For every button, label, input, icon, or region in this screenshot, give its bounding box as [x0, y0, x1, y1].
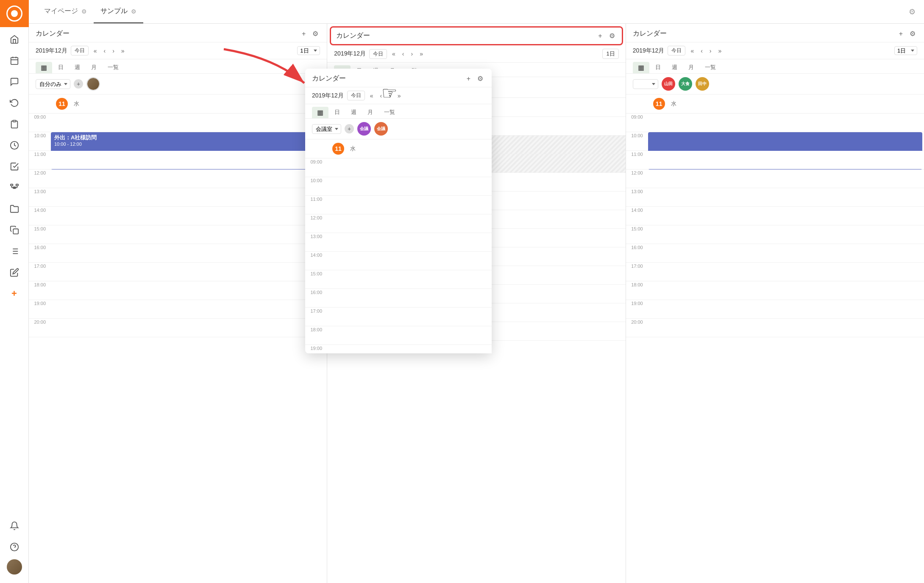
dropdown-grid[interactable]: 09:00 10:00 11:00 12:00 13:00 14:00 15:0… — [305, 158, 492, 353]
tab-mypage[interactable]: マイページ ⚙ — [37, 0, 94, 23]
sidebar-item-check[interactable] — [5, 157, 24, 176]
panel3-nav-prev[interactable]: ‹ — [699, 47, 704, 55]
svg-rect-6 — [10, 184, 13, 186]
panel1-settings-btn[interactable]: ⚙ — [311, 29, 320, 39]
dropdown-tab-week[interactable]: 週 — [346, 107, 362, 118]
time-slot-1100: 11:00 — [29, 151, 327, 169]
panel1-view-select[interactable]: 1日週月一覧 — [297, 46, 320, 55]
dropdown-badge-1: 会議 — [357, 122, 371, 136]
panel3-filter-select[interactable] — [633, 79, 658, 89]
panel1-filter-select[interactable]: 自分のみ全員 — [36, 79, 70, 89]
dropdown-nav-first[interactable]: « — [368, 92, 375, 100]
panel3-view-select[interactable]: 1日週月一覧 — [894, 46, 917, 55]
panel3-tab-week[interactable]: 週 — [667, 62, 682, 73]
panel1-event-time: 10:00 - 12:00 — [54, 142, 322, 147]
panel1-tab-list[interactable]: 一覧 — [103, 62, 124, 73]
p3-slot-0900: 09:00 — [626, 114, 924, 132]
panel1-today-btn[interactable]: 今日 — [71, 46, 89, 56]
tab-mypage-gear[interactable]: ⚙ — [81, 8, 87, 15]
sidebar-item-history[interactable] — [5, 94, 24, 112]
panel2-settings-btn[interactable]: ⚙ — [607, 31, 617, 41]
panel3-grid[interactable]: 09:00 10:00 11:00 12:00 13:00 14:00 15:0… — [626, 114, 924, 583]
dd-slot-0900: 09:00 — [305, 158, 492, 177]
dropdown-filter-select[interactable]: 会議室 — [312, 124, 341, 134]
panel1-nav-next[interactable]: › — [111, 47, 116, 55]
calendar-panel-1: カレンダー + ⚙ 2019年12月 今日 « ‹ › » 1日週月一覧 ▦ 日… — [29, 24, 327, 583]
dd-slot-1200: 12:00 — [305, 214, 492, 233]
panel3-day-name: 水 — [671, 100, 676, 108]
panel1-add-btn[interactable]: + — [300, 29, 307, 39]
panel2-today-btn[interactable]: 今日 — [369, 49, 387, 59]
dropdown-filter-add[interactable]: + — [345, 124, 354, 133]
panel3-tab-icon[interactable]: ▦ — [633, 62, 649, 73]
sidebar-item-list[interactable] — [5, 242, 24, 261]
sidebar-item-clipboard[interactable] — [5, 115, 24, 133]
tab-sample[interactable]: サンプル ⚙ — [94, 0, 143, 23]
dropdown-toolbar: 2019年12月 今日 « ‹ › » — [305, 87, 492, 104]
panel3-nav-last[interactable]: » — [717, 47, 724, 55]
panel1-nav-last[interactable]: » — [120, 47, 126, 55]
dropdown-tab-day[interactable]: 日 — [329, 107, 345, 118]
panel2-nav-last[interactable]: » — [418, 50, 425, 58]
sidebar-item-help[interactable] — [5, 538, 24, 556]
p3-slot-1000: 10:00 — [626, 132, 924, 151]
dropdown-day-number: 11 — [332, 143, 344, 155]
panel1-grid[interactable]: 09:00 10:00 外出：A社様訪問 10:00 - 12:00 11:00… — [29, 114, 327, 583]
panel3-today-btn[interactable]: 今日 — [668, 46, 685, 56]
panel3-year-month: 2019年12月 — [633, 47, 665, 55]
panel3-tab-month[interactable]: 月 — [683, 62, 699, 73]
p3-slot-1300: 13:00 — [626, 188, 924, 207]
dropdown-nav-last[interactable]: » — [396, 92, 403, 100]
dd-slot-1100: 11:00 — [305, 196, 492, 214]
sidebar-item-add[interactable]: + — [5, 284, 24, 303]
dropdown-tab-month[interactable]: 月 — [362, 107, 378, 118]
p3-slot-2000: 20:00 — [626, 319, 924, 337]
panel3-add-btn[interactable]: + — [897, 29, 905, 39]
panel1-filter-add[interactable]: + — [74, 79, 83, 89]
panel3-tab-day[interactable]: 日 — [650, 62, 666, 73]
panel1-tab-icon[interactable]: ▦ — [36, 62, 52, 73]
dropdown-tab-list[interactable]: 一覧 — [379, 107, 400, 118]
sidebar-item-copy[interactable] — [5, 221, 24, 239]
panel2-nav-next[interactable]: › — [409, 50, 415, 58]
sidebar-item-clock[interactable] — [5, 136, 24, 155]
panel3-settings-btn[interactable]: ⚙ — [908, 29, 917, 39]
dropdown-today-btn[interactable]: 今日 — [347, 91, 365, 100]
panel1-nav-first[interactable]: « — [92, 47, 99, 55]
sidebar-item-edit[interactable] — [5, 263, 24, 282]
user-avatar[interactable] — [7, 559, 22, 575]
p3-slot-1200: 12:00 — [626, 169, 924, 188]
dd-slot-1300: 13:00 — [305, 233, 492, 252]
tab-mypage-label: マイページ — [44, 7, 78, 16]
dropdown-settings-btn[interactable]: ⚙ — [476, 74, 485, 83]
dropdown-nav-prev[interactable]: ‹ — [379, 92, 384, 100]
panel1-tab-month[interactable]: 月 — [86, 62, 102, 73]
sidebar-item-calendar[interactable] — [5, 51, 24, 70]
panel3-tab-list[interactable]: 一覧 — [700, 62, 721, 73]
p3-slot-1600: 16:00 — [626, 244, 924, 263]
panel2-nav-prev[interactable]: ‹ — [401, 50, 406, 58]
panel1-nav-prev[interactable]: ‹ — [102, 47, 108, 55]
dd-slot-1900: 19:00 — [305, 345, 492, 353]
dropdown-nav-next[interactable]: › — [387, 92, 392, 100]
panel1-tab-week[interactable]: 週 — [70, 62, 85, 73]
tab-sample-gear[interactable]: ⚙ — [131, 8, 136, 15]
header-settings-icon[interactable]: ⚙ — [909, 7, 916, 17]
panel2-nav-first[interactable]: « — [390, 50, 397, 58]
sidebar-item-bell[interactable] — [5, 516, 24, 535]
sidebar-item-org[interactable] — [5, 178, 24, 197]
dropdown-day-name: 水 — [350, 145, 356, 153]
panel3-day-number: 11 — [653, 98, 665, 110]
sidebar-item-chat[interactable] — [5, 72, 24, 91]
sidebar-item-folder[interactable] — [5, 200, 24, 218]
panel2-add-btn[interactable]: + — [596, 31, 604, 41]
app-logo[interactable] — [0, 0, 29, 27]
dropdown-tab-icon[interactable]: ▦ — [312, 107, 328, 118]
dropdown-add-btn[interactable]: + — [465, 74, 472, 83]
sidebar-item-home[interactable] — [5, 30, 24, 49]
panel1-tab-day[interactable]: 日 — [53, 62, 69, 73]
panel1-year-month: 2019年12月 — [36, 47, 67, 55]
panel1-day-number: 11 — [56, 98, 68, 110]
panel3-nav-next[interactable]: › — [708, 47, 713, 55]
panel3-nav-first[interactable]: « — [689, 47, 696, 55]
